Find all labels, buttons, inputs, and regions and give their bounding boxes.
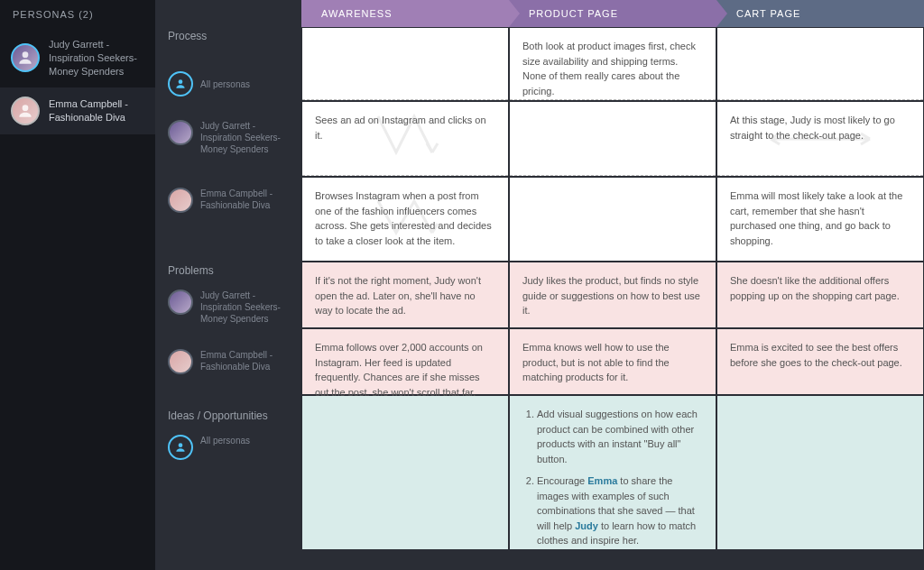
cell-process-all-awareness[interactable] xyxy=(302,28,508,100)
cell-text: Emma will most likely take a look at the… xyxy=(730,190,902,246)
row-label-judy[interactable]: Judy Garrett - Inspiration Seekers-Money… xyxy=(155,116,301,183)
cell-text: She doesn't like the additional offers p… xyxy=(730,275,900,301)
avatar-emma-small-icon xyxy=(168,349,193,374)
avatar-emma xyxy=(11,97,40,125)
row-label-text: Emma Campbell - Fashionable Diva xyxy=(200,188,289,211)
avatar-judy-small-icon xyxy=(168,120,193,145)
idea-item: Encourage Emma to share the images with … xyxy=(537,473,703,548)
row-labels-column: Process All personas Judy Garrett - Insp… xyxy=(155,0,301,570)
cell-process-emma-cart[interactable]: Emma will most likely take a look at the… xyxy=(717,178,923,261)
cell-problems-judy-cart[interactable]: She doesn't like the additional offers p… xyxy=(717,262,923,327)
ideas-row: Add visual suggestions on how each produ… xyxy=(301,395,924,550)
cell-problems-judy-product[interactable]: Judy likes the product, but finds no sty… xyxy=(510,262,716,327)
cell-ideas-awareness[interactable] xyxy=(302,396,508,549)
cell-text: If it's not the right moment, Judy won't… xyxy=(315,275,481,316)
process-all-row: Both look at product images first, check… xyxy=(301,27,924,101)
cell-text: Emma follows over 2,000 accounts on Inst… xyxy=(315,342,483,398)
stage-headers: AWARENESS PRODUCT PAGE CART PAGE xyxy=(301,0,924,27)
avatar-emma-small-icon xyxy=(168,188,193,213)
process-emma-row: Browses Instagram when a post from one o… xyxy=(301,177,924,262)
row-label-text: All personas xyxy=(200,78,250,90)
cell-text: Browses Instagram when a post from one o… xyxy=(315,190,492,246)
cell-process-judy-cart[interactable]: At this stage, Judy is most likely to go… xyxy=(717,102,923,176)
stage-cart-page[interactable]: CART PAGE xyxy=(716,0,924,27)
row-label-text: Judy Garrett - Inspiration Seekers-Money… xyxy=(200,120,289,155)
all-personas-icon xyxy=(168,71,193,97)
cell-process-all-cart[interactable] xyxy=(717,28,923,100)
stage-awareness[interactable]: AWARENESS xyxy=(301,0,509,27)
row-label-judy-problems[interactable]: Judy Garrett - Inspiration Seekers-Money… xyxy=(155,286,301,345)
person-icon xyxy=(16,102,34,120)
row-label-emma-problems[interactable]: Emma Campbell - Fashionable Diva xyxy=(155,345,301,404)
stage-label: AWARENESS xyxy=(321,8,392,19)
cell-text: Both look at product images first, check… xyxy=(522,41,696,97)
person-icon xyxy=(16,49,34,67)
cell-process-judy-awareness[interactable]: Sees an ad on Instagram and clicks on it… xyxy=(302,102,508,176)
persona-emma[interactable]: Emma Campbell - Fashionable Diva xyxy=(0,87,155,134)
persona-judy-name: Judy Garrett - Inspiration Seekers-Money… xyxy=(49,38,144,78)
section-ideas-label: Ideas / Opportunities xyxy=(155,404,301,431)
cell-process-emma-product[interactable] xyxy=(510,178,716,261)
svg-point-3 xyxy=(179,443,183,447)
problems-judy-row: If it's not the right moment, Judy won't… xyxy=(301,262,924,328)
svg-point-0 xyxy=(23,52,29,59)
stage-label: CART PAGE xyxy=(736,8,800,19)
svg-point-1 xyxy=(23,105,29,111)
cell-text: Emma knows well how to use the product, … xyxy=(522,342,670,382)
idea-item: Add visual suggestions on how each produ… xyxy=(537,407,703,466)
cell-text: Sees an ad on Instagram and clicks on it… xyxy=(315,115,486,141)
cell-text: Judy likes the product, but finds no sty… xyxy=(522,275,700,316)
cell-problems-judy-awareness[interactable]: If it's not the right moment, Judy won't… xyxy=(302,262,508,327)
journey-map-app: PERSONAS (2) Judy Garrett - Inspiration … xyxy=(0,0,924,570)
ideas-list: Add visual suggestions on how each produ… xyxy=(522,407,703,548)
sidebar-header: PERSONAS (2) xyxy=(0,0,155,29)
grid-rows: Both look at product images first, check… xyxy=(301,27,924,570)
avatar-judy-small-icon xyxy=(168,290,193,315)
stage-product-page[interactable]: PRODUCT PAGE xyxy=(509,0,716,27)
stage-label: PRODUCT PAGE xyxy=(529,8,618,19)
section-problems-label: Problems xyxy=(155,259,301,286)
svg-point-2 xyxy=(179,80,183,85)
cell-ideas-product[interactable]: Add visual suggestions on how each produ… xyxy=(510,396,716,549)
cell-problems-emma-product[interactable]: Emma knows well how to use the product, … xyxy=(510,329,716,394)
process-judy-row: Sees an ad on Instagram and clicks on it… xyxy=(301,101,924,177)
personas-sidebar: PERSONAS (2) Judy Garrett - Inspiration … xyxy=(0,0,155,570)
cell-text: Emma is excited to see the best offers b… xyxy=(730,342,902,368)
cell-problems-emma-awareness[interactable]: Emma follows over 2,000 accounts on Inst… xyxy=(302,329,508,394)
persona-judy[interactable]: Judy Garrett - Inspiration Seekers-Money… xyxy=(0,29,155,87)
row-label-all-personas[interactable]: All personas xyxy=(155,51,301,116)
avatar-judy xyxy=(11,43,40,72)
cell-process-judy-product[interactable] xyxy=(510,102,716,176)
section-process-label: Process xyxy=(155,24,301,51)
problems-emma-row: Emma follows over 2,000 accounts on Inst… xyxy=(301,328,924,395)
all-personas-icon xyxy=(168,435,193,460)
cell-text: At this stage, Judy is most likely to go… xyxy=(730,115,895,141)
cell-problems-emma-cart[interactable]: Emma is excited to see the best offers b… xyxy=(717,329,923,394)
row-label-text: All personas xyxy=(200,435,250,446)
cell-process-emma-awareness[interactable]: Browses Instagram when a post from one o… xyxy=(302,178,508,261)
row-label-all-ideas[interactable]: All personas xyxy=(155,431,301,570)
row-label-text: Emma Campbell - Fashionable Diva xyxy=(200,349,289,372)
row-label-emma[interactable]: Emma Campbell - Fashionable Diva xyxy=(155,184,301,259)
persona-emma-name: Emma Campbell - Fashionable Diva xyxy=(49,97,144,124)
cell-process-all-product[interactable]: Both look at product images first, check… xyxy=(510,28,716,100)
journey-grid: AWARENESS PRODUCT PAGE CART PAGE Both lo… xyxy=(301,0,924,570)
row-label-text: Judy Garrett - Inspiration Seekers-Money… xyxy=(200,290,289,325)
cell-ideas-cart[interactable] xyxy=(717,396,923,549)
